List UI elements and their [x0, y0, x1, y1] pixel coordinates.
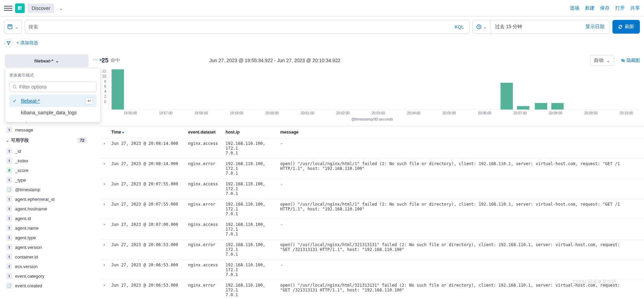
field-item[interactable]: #_score	[5, 165, 89, 175]
popover-search[interactable]	[9, 82, 96, 92]
expand-row-icon[interactable]: ›	[100, 219, 108, 240]
sidebar: filebeat-* ⌄ ⋯ ⇤ 更改索引模式 ✓filebeat-*↩kiba…	[0, 51, 93, 299]
field-item[interactable]: tmessage	[5, 125, 89, 135]
histogram-bar[interactable]	[501, 83, 513, 110]
field-item[interactable]: tecs.version	[5, 262, 89, 271]
table-row[interactable]: › Jun 27, 2023 @ 20:06:53.000 nginx.erro…	[100, 240, 644, 260]
saved-query-button[interactable]: ⌄	[4, 20, 22, 34]
table-row[interactable]: › Jun 27, 2023 @ 20:06:53.000 nginx.erro…	[100, 280, 644, 299]
cell-dataset: nginx.access	[185, 219, 223, 240]
field-item[interactable]: tagent.id	[5, 214, 89, 223]
field-item[interactable]: tcontainer.id	[5, 252, 89, 262]
svg-rect-0	[8, 25, 12, 29]
col-time[interactable]: Time ▾	[108, 126, 185, 138]
calendar-icon[interactable]: ⌄	[473, 20, 491, 33]
table-row[interactable]: › Jun 27, 2023 @ 20:08:14.000 nginx.acce…	[100, 138, 644, 159]
expand-row-icon[interactable]: ›	[100, 179, 108, 199]
menu-save[interactable]: 保存	[600, 5, 610, 11]
field-type-icon: t	[6, 206, 12, 212]
field-item[interactable]: tagent.name	[5, 223, 89, 233]
refresh-button[interactable]: 刷新	[612, 20, 640, 34]
histogram-bar[interactable]	[112, 69, 124, 110]
field-type-icon: t	[6, 158, 12, 164]
histogram-bar[interactable]	[535, 103, 547, 110]
index-pattern-selector[interactable]: filebeat-* ⌄	[5, 54, 89, 67]
expand-row-icon[interactable]: ›	[100, 240, 108, 260]
cell-host: 192.168.110.100, 172.1 7.0.1	[223, 159, 277, 179]
menu-new[interactable]: 新建	[585, 5, 595, 11]
cell-time: Jun 27, 2023 @ 20:07:55.000	[108, 179, 185, 199]
cell-dataset: nginx.error	[185, 280, 223, 299]
interval-label: 自动	[594, 57, 603, 64]
svg-point-2	[13, 85, 16, 88]
search-input[interactable]	[28, 24, 453, 30]
field-type-icon: t	[6, 244, 12, 250]
available-fields-header[interactable]: ⌄ 可用字段 72	[5, 135, 89, 146]
add-filter-link[interactable]: + 添加筛选	[16, 40, 38, 46]
col-dataset[interactable]: event.dataset	[185, 126, 223, 138]
histogram-bar[interactable]	[517, 106, 529, 110]
cell-dataset: nginx.access	[185, 138, 223, 159]
plot-area[interactable]	[108, 69, 640, 110]
cell-host: 192.168.110.100, 172.1 7.0.1	[223, 138, 277, 159]
cell-dataset: nginx.error	[185, 159, 223, 179]
popover-filter-input[interactable]	[19, 84, 93, 90]
search-box[interactable]: KQL	[25, 20, 470, 34]
filter-menu-button[interactable]	[4, 38, 13, 47]
app-switcher-button[interactable]: Discover	[27, 3, 54, 13]
field-item[interactable]: tagent.type	[5, 233, 89, 242]
search-icon	[12, 84, 17, 89]
collapse-sidebar-icon[interactable]: ⇤	[100, 57, 104, 62]
menu-options[interactable]: 选项	[570, 5, 579, 11]
menu-share[interactable]: 共享	[630, 5, 640, 11]
cell-host: 192.168.110.100, 172.1 7.0.1	[223, 260, 277, 280]
nav-toggle-icon[interactable]	[4, 4, 12, 12]
expand-row-icon[interactable]: ›	[100, 199, 108, 219]
col-message[interactable]: message	[277, 126, 644, 138]
expand-row-icon[interactable]: ›	[100, 138, 108, 159]
field-type-icon: t	[6, 234, 12, 241]
field-item[interactable]: 🕒@timestamp	[5, 185, 89, 194]
table-row[interactable]: › Jun 27, 2023 @ 20:07:55.000 nginx.erro…	[100, 199, 644, 219]
field-item[interactable]: tagent.version	[5, 242, 89, 252]
query-language-label[interactable]: KQL	[453, 24, 466, 30]
field-item[interactable]: tagent.ephemeral_id	[5, 194, 89, 204]
field-item[interactable]: t_type	[5, 175, 89, 185]
index-option[interactable]: kibana_sample_data_logs	[9, 107, 96, 118]
main: filebeat-* ⌄ ⋯ ⇤ 更改索引模式 ✓filebeat-*↩kiba…	[0, 51, 644, 299]
top-bar: 默 Discover ⌄ 选项 新建 保存 打开 共享	[0, 0, 644, 16]
field-item[interactable]: tagent.hostname	[5, 204, 89, 214]
expand-row-icon[interactable]: ›	[100, 280, 108, 299]
logo[interactable]: 默	[15, 3, 25, 13]
expand-row-icon[interactable]: ›	[100, 159, 108, 179]
check-icon: ✓	[13, 98, 18, 104]
results-table-wrap[interactable]: Time ▾ event.dataset host.ip message › J…	[100, 126, 644, 299]
field-item[interactable]: t_id	[5, 146, 89, 156]
menu-open[interactable]: 打开	[615, 5, 625, 11]
hide-chart-link[interactable]: 隐藏图	[621, 57, 640, 64]
cell-host: 192.168.110.100, 172.1 7.0.1	[223, 219, 277, 240]
chevron-down-icon[interactable]: ⌄	[59, 5, 63, 11]
top-right-menu: 选项 新建 保存 打开 共享	[570, 5, 640, 11]
sidebar-toolbar: ⋯ ⇤	[93, 57, 104, 62]
field-item[interactable]: t_index	[5, 156, 89, 165]
field-options-icon[interactable]: ⋯	[93, 57, 97, 62]
table-row[interactable]: › Jun 27, 2023 @ 20:06:53.000 nginx.acce…	[100, 260, 644, 280]
expand-row-icon[interactable]: ›	[100, 260, 108, 280]
table-row[interactable]: › Jun 27, 2023 @ 20:07:00.000 nginx.acce…	[100, 219, 644, 240]
histogram-bar[interactable]	[551, 103, 564, 110]
interval-select[interactable]: 自动 ⌄	[590, 55, 614, 66]
histogram-chart[interactable]: 121086420	[100, 67, 644, 110]
table-row[interactable]: › Jun 27, 2023 @ 20:07:55.000 nginx.acce…	[100, 179, 644, 199]
time-picker[interactable]: ⌄ 过去 15 分钟 显示日期	[472, 20, 610, 34]
field-item[interactable]: 🕒event.created	[5, 281, 89, 290]
hits-row: 25 命中 Jun 27, 2023 @ 19:55:34.922 - Jun …	[100, 54, 644, 67]
table-row[interactable]: › Jun 27, 2023 @ 20:08:14.000 nginx.erro…	[100, 159, 644, 179]
field-item[interactable]: tevent.category	[5, 271, 89, 281]
cell-message: -	[277, 260, 644, 280]
field-name: agent.id	[15, 216, 31, 221]
cell-time: Jun 27, 2023 @ 20:06:53.000	[108, 240, 185, 260]
show-date-link[interactable]: 显示日期	[580, 24, 609, 30]
index-option[interactable]: ✓filebeat-*↩	[9, 95, 96, 107]
col-host[interactable]: host.ip	[223, 126, 277, 138]
